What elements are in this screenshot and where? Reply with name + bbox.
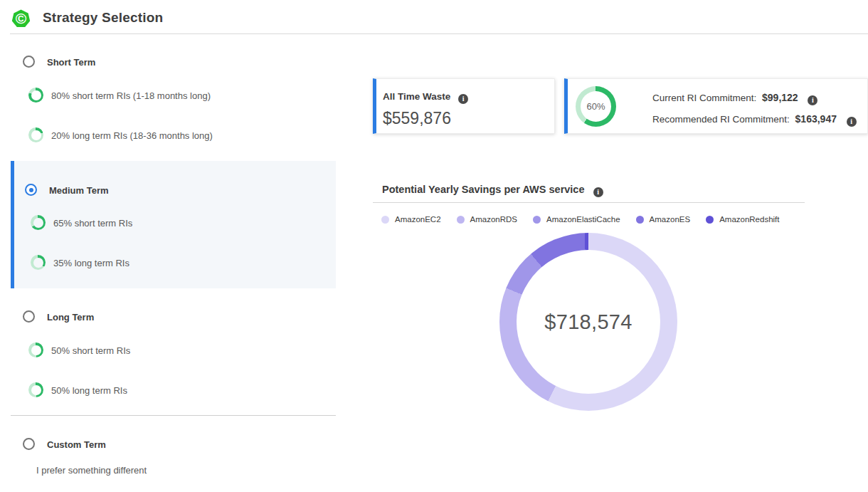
option-label-custom-term[interactable]: Custom Term <box>47 439 106 450</box>
radio-long-term[interactable] <box>23 310 35 323</box>
legend-dot-icon <box>533 216 541 224</box>
donut-center-value: $718,574 <box>499 233 677 411</box>
ratio-ring-icon <box>28 88 43 103</box>
legend-item[interactable]: AmazonEC2 <box>381 215 441 224</box>
commitment-gauge-label: 60% <box>576 101 616 112</box>
legend-label: AmazonES <box>650 215 691 224</box>
page-title: Strategy Selection <box>43 10 163 26</box>
donut-total: $718,574 <box>544 310 632 334</box>
ri-commitment-card: 60% Current RI Commitment: $99,122 i Rec… <box>564 78 868 134</box>
sub-option-label: 50% short term RIs <box>51 345 130 356</box>
recommended-ri-commitment-row: Recommended RI Commitment: $163,947 i <box>652 113 857 127</box>
header-divider <box>10 33 868 34</box>
current-ri-commitment-row: Current RI Commitment: $99,122 i <box>652 92 817 105</box>
all-time-waste-value: $559,876 <box>383 109 451 128</box>
ratio-ring-icon <box>28 127 43 142</box>
chart-title: Potential Yearly Savings per AWS service… <box>382 184 603 197</box>
sub-option-label: 20% long term RIs (18-36 months long) <box>51 130 213 141</box>
legend-dot-icon <box>706 216 714 224</box>
strategy-selection-page: © Strategy Selection Short Term 80% shor… <box>0 0 868 492</box>
info-icon[interactable]: i <box>847 117 857 127</box>
ratio-ring-icon <box>31 255 46 270</box>
chart-legend: AmazonEC2 AmazonRDS AmazonElastiCache Am… <box>381 215 780 224</box>
all-time-waste-label: All Time Waste <box>383 91 450 102</box>
recommended-ri-value: $163,947 <box>795 113 837 125</box>
chart-title-text: Potential Yearly Savings per AWS service <box>382 184 585 195</box>
option-label-long-term[interactable]: Long Term <box>47 312 94 323</box>
ratio-ring-icon <box>31 215 46 230</box>
all-time-waste-card: All Time Waste i $559,876 <box>373 78 555 134</box>
option-label-medium-term[interactable]: Medium Term <box>49 185 109 196</box>
sub-option-label: 35% long term RIs <box>53 258 129 268</box>
legend-dot-icon <box>457 216 465 224</box>
sub-option-label: 65% short term RIs <box>53 218 132 229</box>
chart-divider <box>373 202 805 203</box>
legend-label: AmazonElastiCache <box>546 215 620 224</box>
app-logo-icon: © <box>11 9 31 28</box>
option-label-short-term[interactable]: Short Term <box>47 57 95 68</box>
legend-dot-icon <box>381 216 389 224</box>
info-icon[interactable]: i <box>808 95 817 105</box>
legend-dot-icon <box>636 216 644 224</box>
info-icon[interactable]: i <box>593 187 603 197</box>
legend-item[interactable]: AmazonRDS <box>457 215 517 224</box>
ratio-ring-icon <box>28 342 43 357</box>
current-ri-value: $99,122 <box>762 92 798 103</box>
legend-item[interactable]: AmazonES <box>636 215 691 224</box>
sub-option-label: 50% long term RIs <box>51 385 127 396</box>
recommended-ri-label: Recommended RI Commitment: <box>652 114 790 125</box>
legend-item[interactable]: AmazonRedshift <box>706 215 779 224</box>
radio-custom-term[interactable] <box>23 438 35 450</box>
section-divider <box>11 415 336 416</box>
sub-option-label: 80% short term RIs (1-18 months long) <box>51 90 211 101</box>
info-icon[interactable]: i <box>458 94 468 104</box>
radio-short-term[interactable] <box>23 56 35 68</box>
legend-label: AmazonRedshift <box>719 215 779 224</box>
custom-term-note: I prefer something different <box>36 465 147 476</box>
radio-medium-term[interactable] <box>25 184 37 196</box>
legend-label: AmazonEC2 <box>395 215 441 224</box>
ratio-ring-icon <box>28 382 43 397</box>
all-time-waste-title: All Time Waste i <box>383 91 468 104</box>
legend-label: AmazonRDS <box>470 215 517 224</box>
current-ri-label: Current RI Commitment: <box>652 93 756 103</box>
legend-item[interactable]: AmazonElastiCache <box>533 215 620 224</box>
